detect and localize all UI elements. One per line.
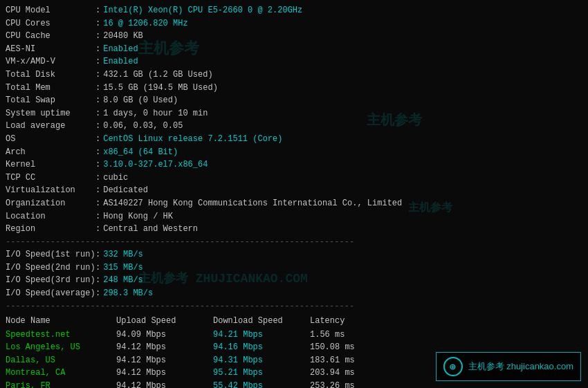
td-latency: 1.56 ms bbox=[310, 329, 393, 342]
virt-label: Virtualization bbox=[6, 184, 95, 197]
cpu-cache-row: CPU Cache : 20480 KB bbox=[6, 30, 582, 43]
io2-value: 315 MB/s bbox=[103, 261, 143, 275]
os-label: OS bbox=[6, 133, 95, 146]
io3-value: 248 MB/s bbox=[103, 274, 143, 287]
arch-label: Arch bbox=[6, 146, 95, 159]
cpu-cache-label: CPU Cache bbox=[6, 30, 95, 43]
total-swap-value: 8.0 GB (0 Used) bbox=[103, 94, 178, 107]
watermark-logo: ⊕ bbox=[443, 357, 463, 376]
vm-amd-label: VM-x/AMD-V bbox=[6, 55, 95, 68]
td-latency: 253.26 ms bbox=[310, 380, 393, 388]
cpu-cache-value: 20480 KB bbox=[103, 30, 143, 43]
td-latency: 150.08 ms bbox=[310, 341, 393, 354]
io2-label: I/O Speed(2nd run) bbox=[6, 261, 95, 275]
th-download: Download Speed bbox=[213, 314, 310, 328]
td-download: 94.16 Mbps bbox=[213, 341, 310, 354]
total-disk-row: Total Disk : 432.1 GB (1.2 GB Used) bbox=[6, 68, 582, 82]
io-avg-row: I/O Speed(average) : 298.3 MB/s bbox=[6, 287, 582, 300]
total-disk-value: 432.1 GB (1.2 GB Used) bbox=[103, 68, 212, 82]
td-node: Paris, FR bbox=[6, 380, 116, 388]
io2-row: I/O Speed(2nd run) : 315 MB/s bbox=[6, 261, 582, 275]
load-average-label: Load average bbox=[6, 120, 95, 133]
th-latency: Latency bbox=[310, 314, 393, 328]
region-value: Central and Western bbox=[103, 223, 198, 236]
system-uptime-value: 1 days, 0 hour 10 min bbox=[103, 107, 208, 120]
io1-label: I/O Speed(1st run) bbox=[6, 248, 95, 261]
io3-row: I/O Speed(3rd run) : 248 MB/s bbox=[6, 274, 582, 287]
tcp-cc-row: TCP CC : cubic bbox=[6, 172, 582, 185]
virt-value: Dedicated bbox=[103, 184, 148, 197]
td-upload: 94.09 Mbps bbox=[116, 329, 213, 342]
system-uptime-row: System uptime : 1 days, 0 hour 10 min bbox=[6, 107, 582, 120]
watermark-box: ⊕ 主机参考 zhujicankao.com bbox=[436, 352, 581, 381]
system-uptime-label: System uptime bbox=[6, 107, 95, 120]
org-value: AS140227 Hong Kong Communications Intern… bbox=[103, 197, 402, 210]
td-upload: 94.12 Mbps bbox=[116, 380, 213, 388]
region-row: Region : Central and Western bbox=[6, 223, 582, 236]
io1-row: I/O Speed(1st run) : 332 MB/s bbox=[6, 248, 582, 261]
kernel-value: 3.10.0-327.el7.x86_64 bbox=[103, 158, 208, 172]
td-upload: 94.12 Mbps bbox=[116, 367, 213, 380]
vm-amd-row: VM-x/AMD-V : Enabled bbox=[6, 55, 582, 68]
th-upload: Upload Speed bbox=[116, 314, 213, 328]
io1-value: 332 MB/s bbox=[103, 248, 143, 261]
total-disk-label: Total Disk bbox=[6, 68, 95, 82]
location-row: Location : Hong Kong / HK bbox=[6, 210, 582, 223]
td-latency: 183.61 ms bbox=[310, 354, 393, 367]
total-swap-label: Total Swap bbox=[6, 94, 95, 107]
td-download: 94.31 Mbps bbox=[213, 354, 310, 367]
td-upload: 94.12 Mbps bbox=[116, 354, 213, 367]
load-average-row: Load average : 0.06, 0.03, 0.05 bbox=[6, 120, 582, 133]
os-value: CentOS Linux release 7.2.1511 (Core) bbox=[103, 133, 282, 146]
io-avg-value: 298.3 MB/s bbox=[103, 287, 153, 300]
total-mem-label: Total Mem bbox=[6, 82, 95, 95]
total-mem-row: Total Mem : 15.5 GB (194.5 MB Used) bbox=[6, 82, 582, 95]
divider-1: ----------------------------------------… bbox=[6, 236, 582, 249]
total-swap-row: Total Swap : 8.0 GB (0 Used) bbox=[6, 94, 582, 107]
cpu-cores-label: CPU Cores bbox=[6, 17, 95, 30]
divider-2: ----------------------------------------… bbox=[6, 300, 582, 313]
io-avg-label: I/O Speed(average) bbox=[6, 287, 95, 300]
cpu-model-value: Intel(R) Xeon(R) CPU E5-2660 0 @ 2.20GHz bbox=[103, 4, 302, 17]
cpu-cores-value: 16 @ 1206.820 MHz bbox=[103, 17, 187, 30]
table-header: Node Name Upload Speed Download Speed La… bbox=[6, 314, 582, 328]
cpu-model-label: CPU Model bbox=[6, 4, 95, 17]
io3-label: I/O Speed(3rd run) bbox=[6, 274, 95, 287]
watermark-text: 主机参考 zhujicankao.com bbox=[468, 360, 573, 373]
table-row: Speedtest.net94.09 Mbps94.21 Mbps1.56 ms bbox=[6, 329, 582, 342]
td-node: Los Angeles, US bbox=[6, 341, 116, 354]
region-label: Region bbox=[6, 223, 95, 236]
cpu-cores-row: CPU Cores : 16 @ 1206.820 MHz bbox=[6, 17, 582, 30]
org-row: Organization : AS140227 Hong Kong Commun… bbox=[6, 197, 582, 210]
td-node: Montreal, CA bbox=[6, 367, 116, 380]
td-latency: 203.94 ms bbox=[310, 367, 393, 380]
arch-value: x86_64 (64 Bit) bbox=[103, 146, 178, 159]
tcp-cc-label: TCP CC bbox=[6, 172, 95, 185]
terminal: CPU Model : Intel(R) Xeon(R) CPU E5-2660… bbox=[0, 0, 588, 388]
location-label: Location bbox=[6, 210, 95, 223]
vm-amd-value: Enabled bbox=[103, 55, 138, 68]
virt-row: Virtualization : Dedicated bbox=[6, 184, 582, 197]
aes-ni-label: AES-NI bbox=[6, 43, 95, 56]
td-download: 95.21 Mbps bbox=[213, 367, 310, 380]
location-value: Hong Kong / HK bbox=[103, 210, 173, 223]
total-mem-value: 15.5 GB (194.5 MB Used) bbox=[103, 82, 218, 95]
td-node: Dallas, US bbox=[6, 354, 116, 367]
arch-row: Arch : x86_64 (64 Bit) bbox=[6, 146, 582, 159]
th-node: Node Name bbox=[6, 314, 116, 328]
kernel-label: Kernel bbox=[6, 158, 95, 172]
td-download: 94.21 Mbps bbox=[213, 329, 310, 342]
kernel-row: Kernel : 3.10.0-327.el7.x86_64 bbox=[6, 158, 582, 172]
tcp-cc-value: cubic bbox=[103, 172, 128, 185]
org-label: Organization bbox=[6, 197, 95, 210]
os-row: OS : CentOS Linux release 7.2.1511 (Core… bbox=[6, 133, 582, 146]
td-download: 55.42 Mbps bbox=[213, 380, 310, 388]
td-node: Speedtest.net bbox=[6, 329, 116, 342]
cpu-model-row: CPU Model : Intel(R) Xeon(R) CPU E5-2660… bbox=[6, 4, 582, 17]
aes-ni-value: Enabled bbox=[103, 43, 138, 56]
td-upload: 94.12 Mbps bbox=[116, 341, 213, 354]
load-average-value: 0.06, 0.03, 0.05 bbox=[103, 120, 183, 133]
aes-ni-row: AES-NI : Enabled bbox=[6, 43, 582, 56]
